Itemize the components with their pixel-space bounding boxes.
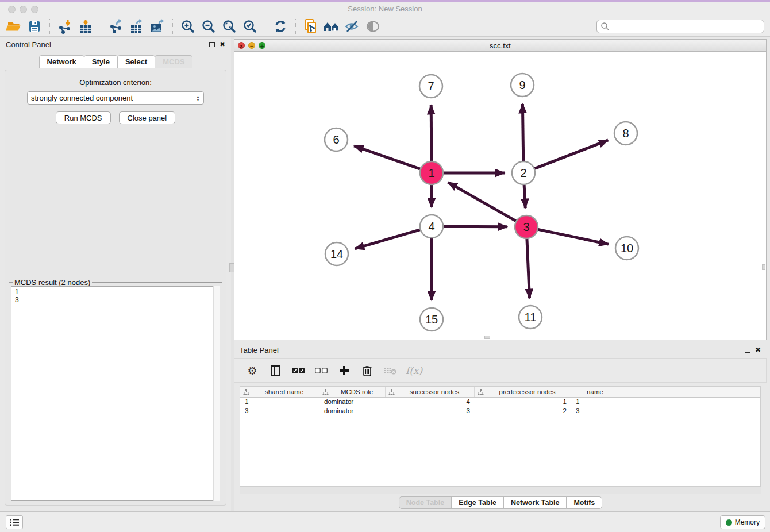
edge-3-11[interactable] xyxy=(527,239,530,298)
table-row[interactable]: 1dominator411 xyxy=(240,398,760,407)
edge-2-8[interactable] xyxy=(535,140,609,168)
network-graph[interactable]: 7968124314101511 xyxy=(234,52,766,340)
node-2[interactable]: 2 xyxy=(512,161,535,184)
delete-column-trash-icon[interactable] xyxy=(360,363,375,378)
node-9[interactable]: 9 xyxy=(511,74,534,97)
float-panel-icon[interactable] xyxy=(745,348,750,353)
node-1[interactable]: 1 xyxy=(420,161,443,184)
zoom-fit-icon xyxy=(222,19,237,34)
column-header-successor-nodes[interactable]: successor nodes xyxy=(386,387,475,397)
mcds-result-scrollbar[interactable] xyxy=(213,286,220,501)
optimization-criterion-select[interactable]: strongly connected component ▲▼ xyxy=(27,91,204,105)
node-6[interactable]: 6 xyxy=(325,128,348,151)
svg-text:10: 10 xyxy=(621,242,633,255)
network-canvas[interactable]: 7968124314101511 xyxy=(234,52,766,340)
table-horizontal-scrollbar[interactable] xyxy=(240,487,761,494)
tab-network-table[interactable]: Network Table xyxy=(503,496,567,509)
zoom-out-button[interactable] xyxy=(198,17,219,36)
column-header-predecessor-nodes[interactable]: predecessor nodes xyxy=(475,387,571,397)
select-all-checkboxes-icon[interactable] xyxy=(291,363,306,378)
export-image-button[interactable] xyxy=(147,17,168,36)
node-10[interactable]: 10 xyxy=(615,237,638,260)
import-table-icon xyxy=(78,19,93,34)
import-network-button[interactable] xyxy=(55,17,75,36)
cell-name[interactable]: 3 xyxy=(571,407,619,416)
search-box[interactable] xyxy=(596,20,764,33)
edge-4-14[interactable] xyxy=(355,230,420,249)
cell-predecessor-nodes[interactable]: 2 xyxy=(475,407,571,416)
node-14[interactable]: 14 xyxy=(325,242,348,265)
cell-MCDS-role[interactable]: dominator xyxy=(319,398,386,407)
export-table-button[interactable] xyxy=(126,17,147,36)
search-input[interactable] xyxy=(610,22,764,30)
edge-2-3[interactable] xyxy=(524,185,525,208)
memory-status-dot xyxy=(726,519,732,526)
edge-3-1[interactable] xyxy=(448,182,516,221)
node-4[interactable]: 4 xyxy=(420,215,443,238)
new-network-from-selection-button[interactable] xyxy=(301,17,321,36)
canvas-handle-bottom[interactable] xyxy=(484,336,490,339)
table-row[interactable]: 3dominator323 xyxy=(240,407,760,416)
zoom-in-icon xyxy=(180,19,195,34)
export-table-icon xyxy=(129,19,144,34)
edge-1-6[interactable] xyxy=(354,146,420,169)
deselect-all-checkboxes-icon[interactable] xyxy=(314,363,329,378)
task-history-button[interactable] xyxy=(6,515,23,529)
node-15[interactable]: 15 xyxy=(420,308,443,331)
zoom-in-button[interactable] xyxy=(178,17,198,36)
network-window-titlebar[interactable]: scc.txt x − + xyxy=(234,40,766,52)
edge-4-3[interactable] xyxy=(444,226,507,227)
node-11[interactable]: 11 xyxy=(519,306,542,329)
canvas-handle-right[interactable] xyxy=(762,264,765,270)
node-8[interactable]: 8 xyxy=(614,122,637,145)
column-header-name[interactable]: name xyxy=(571,387,619,397)
tab-node-table[interactable]: Node Table xyxy=(399,496,452,509)
hide-selected-button[interactable] xyxy=(342,17,363,36)
edge-1-7[interactable] xyxy=(431,105,432,161)
close-panel-button[interactable]: Close panel xyxy=(119,111,176,124)
tab-network[interactable]: Network xyxy=(39,55,84,68)
zoom-selected-button[interactable] xyxy=(240,17,260,36)
network-view-window: scc.txt x − + 7968124314101511 xyxy=(234,39,767,340)
run-mcds-button[interactable]: Run MCDS xyxy=(56,111,111,124)
svg-text:3: 3 xyxy=(523,221,529,233)
export-network-button[interactable] xyxy=(106,17,126,36)
maximize-window-button[interactable] xyxy=(31,6,38,13)
cell-shared-name[interactable]: 1 xyxy=(240,398,319,407)
show-column-icon[interactable] xyxy=(268,363,283,378)
edge-3-10[interactable] xyxy=(538,229,609,244)
cell-MCDS-role[interactable]: dominator xyxy=(319,407,386,416)
node-3[interactable]: 3 xyxy=(515,215,538,238)
minimize-window-button[interactable] xyxy=(20,6,27,13)
settings-gear-icon[interactable]: ⚙ xyxy=(245,363,260,378)
cell-shared-name[interactable]: 3 xyxy=(240,407,319,416)
tab-motifs[interactable]: Motifs xyxy=(566,496,602,509)
cell-successor-nodes[interactable]: 4 xyxy=(386,398,475,407)
zoom-out-icon xyxy=(201,19,216,34)
cell-predecessor-nodes[interactable]: 1 xyxy=(475,398,571,407)
edge-2-9[interactable] xyxy=(522,104,523,161)
tab-mcds[interactable]: MCDS xyxy=(155,55,192,68)
column-header-MCDS-role[interactable]: MCDS role xyxy=(319,387,386,397)
close-window-button[interactable] xyxy=(8,6,16,13)
tab-edge-table[interactable]: Edge Table xyxy=(451,496,504,509)
cell-successor-nodes[interactable]: 3 xyxy=(386,407,475,416)
open-session-button[interactable] xyxy=(3,17,24,36)
column-header-shared-name[interactable]: shared name xyxy=(240,387,319,397)
tab-select[interactable]: Select xyxy=(117,55,155,68)
apply-layout-button[interactable] xyxy=(270,17,291,36)
add-column-icon[interactable] xyxy=(337,363,352,378)
save-session-button[interactable] xyxy=(24,17,45,36)
cell-name[interactable]: 1 xyxy=(571,398,619,407)
tab-style[interactable]: Style xyxy=(84,55,118,68)
float-panel-icon[interactable] xyxy=(209,42,215,47)
close-panel-icon[interactable]: ✖ xyxy=(220,41,225,47)
zoom-fit-button[interactable] xyxy=(219,17,240,36)
node-7[interactable]: 7 xyxy=(419,75,442,98)
mcds-result-text[interactable]: 1 3 xyxy=(11,286,220,501)
memory-button[interactable]: Memory xyxy=(720,515,765,529)
first-neighbors-button[interactable] xyxy=(321,17,342,36)
close-panel-icon[interactable]: ✖ xyxy=(755,347,761,353)
import-table-button[interactable] xyxy=(75,17,96,36)
show-all-button[interactable] xyxy=(363,17,383,36)
